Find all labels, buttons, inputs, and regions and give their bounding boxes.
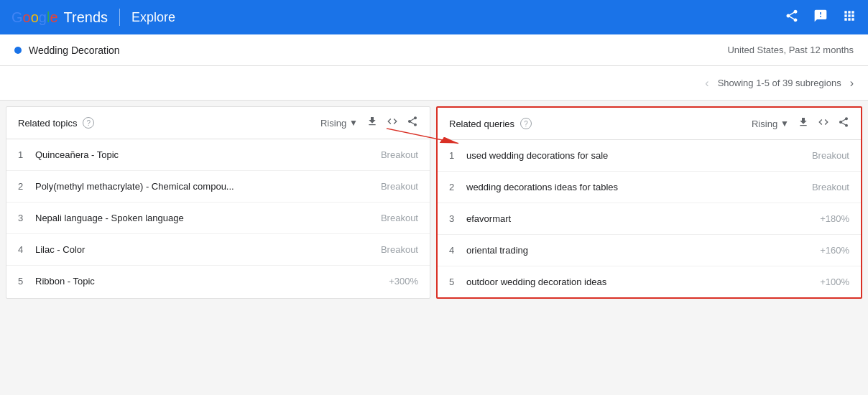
table-row: 1 Quinceañera - Topic Breakout [6, 139, 430, 171]
row-value: +180% [820, 213, 849, 224]
queries-title-group: Related queries ? [449, 118, 532, 129]
next-arrow[interactable]: › [850, 77, 854, 90]
location-time-label: United States, Past 12 months [727, 45, 854, 55]
filter-dropdown-arrow: ▼ [349, 118, 358, 128]
row-value: Breakout [381, 213, 418, 223]
related-topics-filter[interactable]: Rising ▼ [320, 118, 358, 129]
sub-header: Wedding Decoration United States, Past 1… [0, 34, 868, 66]
panel-title-group: Related topics ? [18, 117, 94, 129]
table-row: 2 Poly(methyl methacrylate) - Chemical c… [6, 171, 430, 203]
related-topics-controls: Rising ▼ [320, 116, 418, 130]
row-label[interactable]: efavormart [466, 213, 820, 224]
subregions-nav: ‹ Showing 1-5 of 39 subregions › [705, 77, 854, 90]
panels-wrapper: Related topics ? Rising ▼ [6, 106, 862, 299]
feedback-icon[interactable] [813, 9, 828, 27]
main-content: Related topics ? Rising ▼ [0, 106, 868, 305]
share-topics-icon[interactable] [407, 116, 418, 130]
google-trends-logo: Google Trends [11, 9, 108, 26]
prev-arrow[interactable]: ‹ [705, 77, 708, 90]
share-queries-icon[interactable] [838, 116, 849, 131]
queries-filter-label: Rising [752, 118, 777, 129]
row-value: Breakout [812, 182, 849, 192]
apps-icon[interactable] [842, 9, 857, 27]
row-value: Breakout [381, 244, 418, 255]
row-number: 5 [18, 276, 35, 287]
header-divider [119, 9, 120, 26]
related-queries-panel: Related queries ? Rising ▼ [436, 106, 862, 299]
row-number: 4 [18, 244, 35, 255]
share-icon[interactable] [785, 9, 799, 27]
subregions-text: Showing 1-5 of 39 subregions [718, 78, 841, 88]
search-dot [14, 47, 22, 54]
queries-filter-arrow: ▼ [780, 118, 789, 129]
row-value: +160% [820, 245, 849, 256]
row-number: 2 [18, 181, 35, 192]
embed-queries-icon[interactable] [818, 116, 829, 131]
embed-icon[interactable] [387, 116, 398, 130]
header-right [785, 9, 857, 27]
row-label[interactable]: used wedding decorations for sale [466, 150, 812, 161]
related-queries-header: Related queries ? Rising ▼ [438, 108, 861, 140]
search-term-container: Wedding Decoration [14, 45, 120, 56]
row-label[interactable]: outdoor wedding decoration ideas [466, 276, 820, 287]
table-row: 4 oriental trading +160% [438, 235, 861, 266]
related-topics-title: Related topics [18, 118, 77, 129]
row-value: +100% [820, 276, 849, 287]
table-row: 5 Ribbon - Topic +300% [6, 266, 430, 297]
filter-label: Rising [320, 118, 346, 129]
row-number: 5 [449, 276, 466, 287]
row-number: 4 [449, 245, 466, 256]
download-queries-icon[interactable] [798, 116, 809, 131]
trends-wordmark: Trends [64, 9, 108, 26]
related-topics-header: Related topics ? Rising ▼ [6, 107, 430, 139]
related-queries-title: Related queries [449, 118, 514, 129]
row-value: Breakout [812, 150, 849, 161]
related-queries-filter[interactable]: Rising ▼ [752, 118, 789, 129]
topics-table: 1 Quinceañera - Topic Breakout 2 Poly(me… [6, 139, 430, 297]
related-queries-controls: Rising ▼ [752, 116, 849, 131]
related-topics-help-icon[interactable]: ? [83, 117, 94, 129]
table-row: 1 used wedding decorations for sale Brea… [438, 140, 861, 172]
row-label[interactable]: Quinceañera - Topic [35, 149, 381, 160]
row-number: 1 [18, 149, 35, 160]
header-left: Google Trends Explore [11, 9, 175, 26]
queries-table: 1 used wedding decorations for sale Brea… [438, 140, 861, 297]
table-row: 5 outdoor wedding decoration ideas +100% [438, 266, 861, 297]
row-value: +300% [389, 276, 418, 287]
row-label[interactable]: oriental trading [466, 245, 820, 256]
related-queries-help-icon[interactable]: ? [520, 118, 532, 129]
related-topics-panel: Related topics ? Rising ▼ [6, 106, 430, 299]
row-value: Breakout [381, 149, 418, 160]
google-wordmark: Google [11, 9, 58, 26]
download-icon[interactable] [366, 116, 378, 130]
row-label[interactable]: Poly(methyl methacrylate) - Chemical com… [35, 181, 381, 192]
row-label[interactable]: Ribbon - Topic [35, 276, 389, 287]
row-label[interactable]: Lilac - Color [35, 244, 381, 255]
explore-label: Explore [131, 10, 175, 25]
search-term-label: Wedding Decoration [29, 45, 120, 56]
table-row: 3 Nepali language - Spoken language Brea… [6, 203, 430, 234]
row-label[interactable]: wedding decorations ideas for tables [466, 182, 812, 192]
row-number: 3 [18, 213, 35, 223]
subregions-bar: ‹ Showing 1-5 of 39 subregions › [0, 66, 868, 101]
row-label[interactable]: Nepali language - Spoken language [35, 213, 381, 223]
table-row: 2 wedding decorations ideas for tables B… [438, 172, 861, 203]
app-header: Google Trends Explore [0, 0, 868, 34]
row-value: Breakout [381, 181, 418, 192]
row-number: 2 [449, 182, 466, 192]
row-number: 3 [449, 213, 466, 224]
table-row: 3 efavormart +180% [438, 203, 861, 235]
table-row: 4 Lilac - Color Breakout [6, 234, 430, 266]
row-number: 1 [449, 150, 466, 161]
